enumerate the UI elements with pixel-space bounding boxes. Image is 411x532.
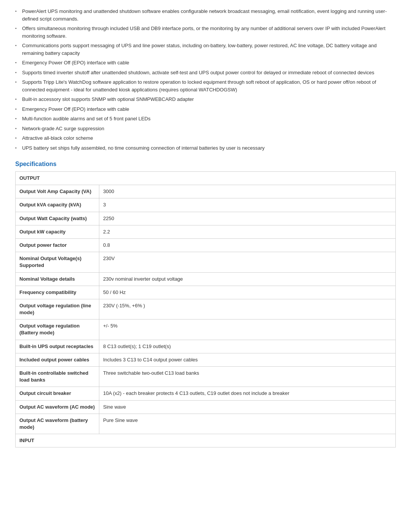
table-row: Nominal Voltage details230v nominal inve…	[16, 272, 396, 286]
table-row: Output AC waveform (battery mode)Pure Si…	[16, 414, 396, 434]
row-label: Built-in controllable switched load bank…	[16, 367, 99, 387]
table-row: Output AC waveform (AC mode)Sine wave	[16, 400, 396, 414]
table-row: Included output power cablesIncludes 3 C…	[16, 353, 396, 366]
row-value: 0.8	[99, 238, 396, 252]
row-label: Included output power cables	[16, 353, 99, 366]
row-label: Output circuit breaker	[16, 387, 99, 400]
row-label: Output voltage regulation (Battery mode)	[16, 320, 99, 340]
specifications-heading: Specifications	[15, 161, 396, 168]
table-row: Output voltage regulation (line mode)230…	[16, 299, 396, 319]
row-value: 3000	[99, 185, 396, 198]
table-row: Built-in controllable switched load bank…	[16, 367, 396, 387]
row-value: 3	[99, 198, 396, 212]
row-label: Output Volt Amp Capacity (VA)	[16, 185, 99, 198]
bullet-item: Supports Tripp Lite's WatchDog software …	[15, 78, 396, 93]
bullet-item: Supports timed inverter shutoff after un…	[15, 69, 396, 77]
table-row: Output kVA capacity (kVA)3	[16, 198, 396, 212]
table-row: Output Volt Amp Capacity (VA)3000	[16, 185, 396, 198]
section-header-output: OUTPUT	[16, 172, 396, 185]
bullet-item: Emergency Power Off (EPO) interface with…	[15, 105, 396, 113]
bullet-item: Network-grade AC surge suppression	[15, 125, 396, 133]
table-row: Output power factor0.8	[16, 238, 396, 252]
row-label: Output kVA capacity (kVA)	[16, 198, 99, 212]
table-row: Output Watt Capacity (watts)2250	[16, 212, 396, 225]
table-row: Frequency compatibility50 / 60 Hz	[16, 286, 396, 299]
bullet-item: Offers simultaneous monitoring through i…	[15, 25, 396, 40]
bullet-item: Communications ports support messaging o…	[15, 42, 396, 57]
specifications-table: OUTPUTOutput Volt Amp Capacity (VA)3000O…	[15, 171, 396, 447]
row-value: 230V	[99, 252, 396, 272]
bullet-item: Emergency Power Off (EPO) interface with…	[15, 59, 396, 67]
row-label: Output Watt Capacity (watts)	[16, 212, 99, 225]
row-value: 230V (-15%, +6% )	[99, 299, 396, 319]
section-header-input: INPUT	[16, 434, 396, 447]
table-row: Output circuit breaker10A (x2) - each br…	[16, 387, 396, 400]
row-label: Frequency compatibility	[16, 286, 99, 299]
section-header-input-label: INPUT	[16, 434, 396, 447]
row-label: Output voltage regulation (line mode)	[16, 299, 99, 319]
row-value: 10A (x2) - each breaker protects 4 C13 o…	[99, 387, 396, 400]
feature-bullet-list: PowerAlert UPS monitoring and unattended…	[15, 8, 396, 152]
row-label: Output AC waveform (AC mode)	[16, 400, 99, 414]
row-label: Nominal Output Voltage(s) Supported	[16, 252, 99, 272]
row-value: Sine wave	[99, 400, 396, 414]
row-value: Pure Sine wave	[99, 414, 396, 434]
row-label: Output power factor	[16, 238, 99, 252]
bullet-item: Multi-function audible alarms and set of…	[15, 115, 396, 123]
row-value: 2.2	[99, 225, 396, 238]
bullet-item: Attractive all-black color scheme	[15, 134, 396, 142]
row-value: 50 / 60 Hz	[99, 286, 396, 299]
table-row: Output kW capacity2.2	[16, 225, 396, 238]
row-value: 2250	[99, 212, 396, 225]
row-label: Built-in UPS output receptacles	[16, 340, 99, 353]
row-value: 230v nominal inverter output voltage	[99, 272, 396, 286]
row-label: Nominal Voltage details	[16, 272, 99, 286]
bullet-item: UPS battery set ships fully assembled, n…	[15, 144, 396, 152]
row-value: Three switchable two-outlet C13 load ban…	[99, 367, 396, 387]
section-header-output-label: OUTPUT	[16, 172, 396, 185]
row-label: Output AC waveform (battery mode)	[16, 414, 99, 434]
table-row: Output voltage regulation (Battery mode)…	[16, 320, 396, 340]
row-label: Output kW capacity	[16, 225, 99, 238]
table-row: Nominal Output Voltage(s) Supported230V	[16, 252, 396, 272]
row-value: 8 C13 outlet(s); 1 C19 outlet(s)	[99, 340, 396, 353]
bullet-item: PowerAlert UPS monitoring and unattended…	[15, 8, 396, 22]
table-row: Built-in UPS output receptacles8 C13 out…	[16, 340, 396, 353]
row-value: Includes 3 C13 to C14 output power cable…	[99, 353, 396, 366]
bullet-item: Built-in accessory slot supports SNMP wi…	[15, 96, 396, 103]
row-value: +/- 5%	[99, 320, 396, 340]
